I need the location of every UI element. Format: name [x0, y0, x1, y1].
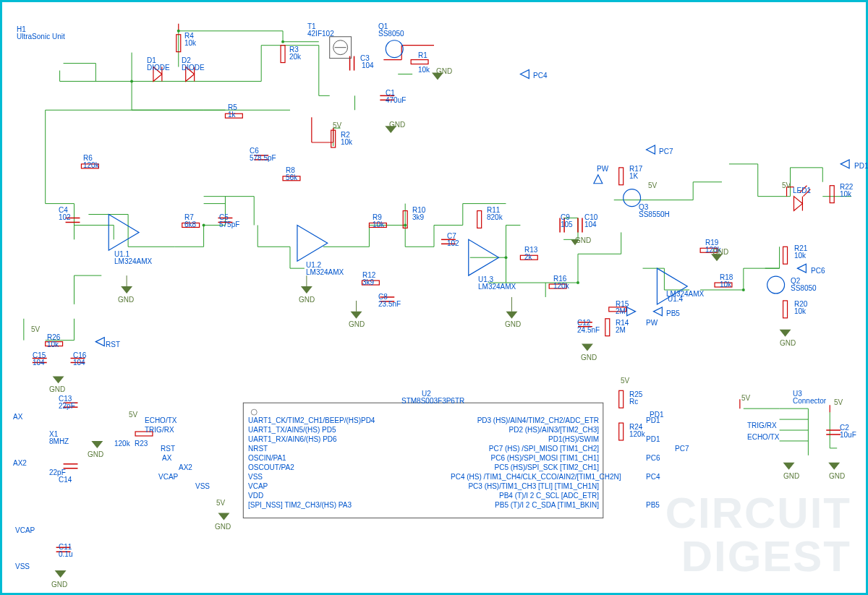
svg-point-74: [281, 40, 284, 43]
r9v: 10k: [373, 221, 384, 228]
5v5: 5V: [129, 411, 137, 419]
vss: VSS: [15, 562, 30, 570]
u2v: STM8S003F3P6TR: [401, 397, 464, 405]
p4: NRST: [248, 445, 268, 453]
u3v: Connector: [793, 397, 826, 405]
c11v: 0.1u: [59, 550, 72, 558]
gnd5: GND: [349, 320, 365, 328]
gnd6: GND: [505, 320, 521, 328]
r22v: 10k: [840, 190, 851, 198]
svg-point-75: [203, 223, 205, 226]
5v7: 5V: [621, 377, 629, 385]
pr16: PC6 (HS)/SPI_MOSI [TIM1_CH1]: [451, 454, 599, 462]
pr19: PD2 (HS)/AIN3/[TIM2_CH3]: [451, 426, 599, 434]
rs6: PB5: [646, 501, 660, 509]
pr20: PD3 (HS)/AIN4/TIM2_CH2/ADC_ETR: [451, 416, 599, 424]
pr18: PD1(HS)/SWIM: [451, 435, 599, 443]
pw: PW: [597, 165, 608, 173]
r23v: 120k: [114, 440, 130, 448]
r16v: 120k: [553, 282, 569, 290]
svg-rect-23: [619, 423, 624, 440]
5v9: 5V: [834, 398, 843, 406]
gnd9: GND: [780, 339, 796, 347]
r2v: 10k: [341, 138, 352, 146]
gnd3: GND: [118, 296, 134, 304]
svg-point-67: [251, 409, 257, 415]
c10v: 104: [584, 221, 597, 228]
c3v: 104: [362, 61, 374, 69]
rs1: PD1: [646, 416, 660, 424]
svg-point-76: [404, 223, 407, 226]
svg-rect-21: [830, 186, 834, 203]
svg-rect-13: [605, 319, 610, 336]
svg-point-73: [177, 30, 180, 33]
c5v: 575pF: [219, 221, 239, 228]
gnd4: GND: [299, 296, 315, 304]
p5: OSCIN/PA1: [248, 454, 286, 462]
mcu-vcap: VCAP: [158, 473, 178, 481]
svg-point-72: [130, 80, 133, 82]
p3: UART1_RX/AIN6/(HS) PD6: [248, 435, 337, 443]
vcap: VCAP: [15, 526, 35, 534]
r26v: 10k: [47, 341, 59, 348]
mcu-ax: AX: [162, 454, 171, 462]
r7v: 6k8: [184, 221, 196, 228]
svg-point-77: [505, 256, 508, 259]
c16v: 104: [73, 359, 85, 367]
5v4: 5V: [31, 325, 40, 333]
p6: OSCOUT/PA2: [248, 463, 294, 471]
svg-rect-20: [783, 247, 788, 264]
r8v: 56k: [286, 174, 297, 181]
svg-rect-2: [411, 60, 428, 64]
svg-point-60: [386, 40, 403, 58]
u11v: LM324AMX: [114, 257, 152, 265]
5v3: 5V: [782, 181, 791, 189]
c14v: 22pF: [49, 468, 66, 476]
r1: R1: [418, 51, 427, 59]
gnd14: GND: [215, 523, 231, 531]
svg-point-78: [576, 281, 579, 284]
gnd13: GND: [51, 581, 67, 588]
r4v: 10k: [184, 39, 196, 47]
r6v: 120k: [83, 161, 99, 169]
ax: AX: [13, 413, 22, 421]
rs4: PC6: [646, 454, 660, 462]
watermark: CIRCUITDIGEST: [665, 492, 851, 578]
r18v: 10k: [720, 281, 731, 288]
r21v: 10k: [794, 252, 806, 260]
c13v: 22pF: [59, 402, 75, 410]
r3v: 20k: [289, 53, 301, 61]
gnd12: GND: [88, 450, 103, 458]
pr11: PB5 (T)/I 2 C_SDA [TIM1_BKIN]: [451, 501, 599, 509]
svg-rect-19: [783, 301, 788, 318]
gnd2: GND: [389, 121, 405, 129]
r11v: 820k: [487, 213, 503, 221]
pd1: PD1: [854, 162, 868, 170]
rs2: PD1: [646, 435, 660, 443]
svg-point-61: [624, 189, 641, 207]
svg-rect-24: [619, 390, 624, 408]
p8: VCAP: [248, 482, 268, 490]
mcu-trig: TRIG/RX: [145, 426, 174, 434]
5v6: 5V: [216, 499, 225, 507]
svg-point-79: [742, 288, 745, 291]
c4v: 102: [59, 213, 71, 221]
svg-rect-10: [477, 211, 482, 228]
p10: [SPI_NSS] TIM2_CH3/(HS) PA3: [248, 501, 352, 509]
ax2: AX2: [13, 459, 27, 467]
c1v: 470uF: [386, 96, 406, 104]
pb5: PB5: [666, 309, 680, 317]
5v1: 5V: [333, 121, 341, 129]
d2v: DIODE: [182, 64, 205, 72]
c7v: 102: [447, 239, 459, 247]
q2-val: SS8050: [791, 284, 817, 292]
u14v: LM324AMX: [666, 290, 704, 298]
mcu-vss: VSS: [195, 482, 210, 490]
c14: C14: [59, 476, 72, 484]
mcu-rst: RST: [161, 445, 175, 453]
r14v: 2M: [616, 326, 626, 334]
c12v: 24.5nF: [577, 326, 600, 334]
pr12: PB4 (T)/I 2 C_SCL [ADC_ETR]: [451, 492, 599, 500]
gnd16: GND: [829, 472, 845, 480]
pr17: PC7 (HS) /SPI_MISO [TIM1_CH2]: [451, 445, 599, 453]
